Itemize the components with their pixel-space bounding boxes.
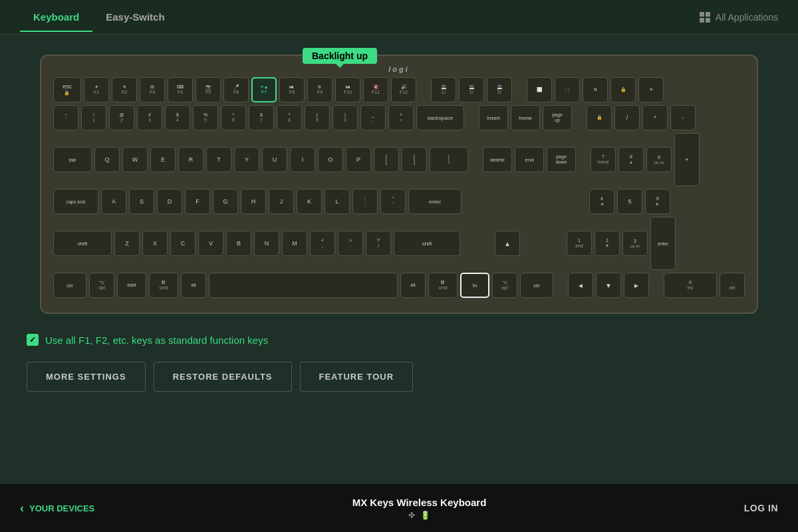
your-devices-button[interactable]: ‹ YOUR DEVICES: [20, 501, 94, 515]
key-ctrl-right[interactable]: ctrl: [520, 273, 553, 298]
key-capslock[interactable]: caps lock: [53, 189, 98, 214]
key-shift-left[interactable]: shift: [53, 231, 112, 256]
key-backspace[interactable]: backspace: [416, 105, 464, 130]
key-minus[interactable]: _-: [360, 105, 386, 130]
key-start[interactable]: start: [117, 273, 146, 298]
key-end[interactable]: end: [515, 147, 544, 172]
more-settings-button[interactable]: MORE SETTINGS: [27, 362, 146, 392]
key-space[interactable]: [209, 273, 398, 298]
numpad-3[interactable]: 3pg dn: [622, 231, 648, 256]
key-b[interactable]: B: [226, 231, 251, 256]
key-right[interactable]: ►: [624, 273, 649, 298]
key-f11[interactable]: 🔇F11: [363, 77, 388, 102]
key-f12[interactable]: 🔊F12: [391, 77, 416, 102]
numpad-0[interactable]: 0ins: [664, 273, 717, 298]
key-d[interactable]: D: [157, 189, 182, 214]
numpad-asterisk[interactable]: *: [642, 105, 668, 130]
key-l[interactable]: L: [325, 189, 350, 214]
key-backlight[interactable]: ☀: [638, 77, 664, 102]
key-alt-right[interactable]: alt: [400, 273, 426, 298]
key-pause[interactable]: ⏸: [583, 77, 608, 102]
key-alt-left[interactable]: alt: [181, 273, 206, 298]
key-r[interactable]: R: [178, 147, 203, 172]
key-cmd-right[interactable]: ⌘cmd: [428, 273, 458, 298]
key-left[interactable]: ◄: [568, 273, 593, 298]
numpad-plus[interactable]: +: [674, 133, 700, 186]
key-v[interactable]: V: [198, 231, 223, 256]
key-o[interactable]: O: [318, 147, 343, 172]
key-f5[interactable]: 📷F5: [196, 77, 221, 102]
key-f[interactable]: F: [185, 189, 210, 214]
key-f3[interactable]: ⊞F3: [140, 77, 165, 102]
key-pagedown[interactable]: pagedown: [547, 147, 576, 172]
key-x[interactable]: X: [142, 231, 168, 256]
key-f9[interactable]: ⏸F9: [307, 77, 332, 102]
key-8[interactable]: *8: [277, 105, 302, 130]
key-u[interactable]: U: [262, 147, 287, 172]
key-f1[interactable]: ☀F1: [84, 77, 109, 102]
key-quote[interactable]: "': [380, 189, 406, 214]
key-cmd-left[interactable]: ⌘cmd: [149, 273, 178, 298]
key-opt-left[interactable]: ⌥opt: [89, 273, 114, 298]
key-4[interactable]: $4: [165, 105, 190, 130]
key-equals[interactable]: +=: [388, 105, 414, 130]
key-m[interactable]: M: [282, 231, 307, 256]
numpad-lock[interactable]: 🔒: [587, 105, 612, 130]
key-lbracket[interactable]: {[: [374, 147, 399, 172]
key-ctrl-left[interactable]: ctrl: [53, 273, 86, 298]
log-in-button[interactable]: LOG IN: [744, 503, 778, 513]
key-opt-right[interactable]: ⌥opt: [492, 273, 517, 298]
key-a[interactable]: A: [101, 189, 126, 214]
numpad-dot[interactable]: .del: [720, 273, 745, 298]
key-q[interactable]: Q: [94, 147, 120, 172]
key-f8[interactable]: ⏮F8: [279, 77, 305, 102]
all-applications-button[interactable]: All Applications: [700, 12, 778, 23]
key-print[interactable]: ⬜: [527, 77, 552, 102]
key-lock[interactable]: 🔒: [610, 77, 636, 102]
key-s[interactable]: S: [129, 189, 154, 214]
numpad-slash[interactable]: /: [614, 105, 640, 130]
key-delete[interactable]: delete: [483, 147, 512, 172]
key-3[interactable]: #3: [137, 105, 162, 130]
key-t[interactable]: T: [206, 147, 231, 172]
key-7[interactable]: &7: [249, 105, 274, 130]
key-f10[interactable]: ⏭F10: [335, 77, 360, 102]
key-semicolon[interactable]: :;: [352, 189, 378, 214]
key-f2[interactable]: ☀F2: [112, 77, 137, 102]
key-j[interactable]: J: [269, 189, 294, 214]
key-y[interactable]: Y: [234, 147, 259, 172]
key-9[interactable]: (9: [305, 105, 330, 130]
key-scroll[interactable]: ⬚: [555, 77, 580, 102]
key-up[interactable]: ▲: [495, 231, 520, 256]
key-fn[interactable]: fn: [460, 273, 489, 298]
restore-defaults-button[interactable]: RESTORE DEFAULTS: [154, 362, 292, 392]
key-f14[interactable]: 💻2⃣: [459, 77, 484, 102]
key-f15[interactable]: 💻3⃣: [487, 77, 512, 102]
key-i[interactable]: I: [290, 147, 315, 172]
key-p[interactable]: P: [346, 147, 371, 172]
key-f4[interactable]: ⌨F4: [168, 77, 193, 102]
key-slash[interactable]: ?/: [366, 231, 391, 256]
key-period[interactable]: >.: [338, 231, 363, 256]
key-1[interactable]: !1: [81, 105, 106, 130]
key-w[interactable]: W: [122, 147, 148, 172]
feature-tour-button[interactable]: FEATURE TOUR: [300, 362, 414, 392]
numpad-7[interactable]: 7home: [591, 147, 616, 172]
numpad-minus[interactable]: -: [670, 105, 696, 130]
key-insert[interactable]: insert: [479, 105, 508, 130]
key-comma[interactable]: <,: [310, 231, 335, 256]
numpad-1[interactable]: 1end: [567, 231, 592, 256]
key-f6[interactable]: 🎤F6: [223, 77, 249, 102]
key-pageup[interactable]: pageup: [543, 105, 572, 130]
key-esc[interactable]: esc🔒: [53, 77, 81, 102]
key-0[interactable]: )0: [332, 105, 358, 130]
key-g[interactable]: G: [213, 189, 238, 214]
key-k[interactable]: K: [297, 189, 322, 214]
key-down[interactable]: ▼: [596, 273, 621, 298]
key-backslash[interactable]: |\: [430, 147, 468, 172]
numpad-9[interactable]: 9pg up: [646, 147, 672, 172]
key-6[interactable]: ^6: [221, 105, 246, 130]
numpad-4[interactable]: 4◄: [589, 189, 614, 214]
key-2[interactable]: @2: [109, 105, 134, 130]
key-h[interactable]: H: [241, 189, 266, 214]
